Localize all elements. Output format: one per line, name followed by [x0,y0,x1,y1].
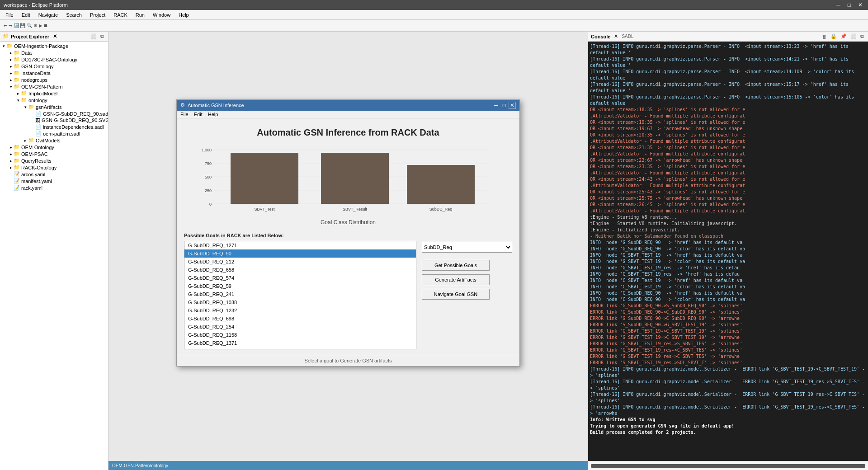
tree-item-oem-psac[interactable]: ▸ 📁 OEM-PSAC [0,150,108,157]
menu-run[interactable]: Run [132,11,148,19]
console-line: INFO node 'C_SubDD_REQ_90' -> 'color' ha… [590,296,866,303]
goal-item[interactable]: G-SubDD_REQ_574 [184,274,416,282]
window-controls[interactable]: ─ □ ✕ [835,2,864,8]
file-yaml-icon: 📝 [14,178,20,184]
tree-item-manifest[interactable]: 📝 manifest.yaml [0,178,108,184]
console-line: INFO node 'G_SBVT_TEST_19' -> 'color' ha… [590,258,866,265]
goal-item[interactable]: G-SubDD_REQ_254 [184,323,416,331]
menu-edit[interactable]: Edit [18,11,34,19]
dialog-maximize-btn[interactable]: □ [501,102,508,109]
tree-item-nodegroups[interactable]: ▸ 📁 nodegroups [0,76,108,83]
console-tab[interactable]: Console [591,34,610,39]
goal-item[interactable]: G-SubDD_REQ_212 [184,258,416,266]
goal-item[interactable]: G-SubDD_REQ_1232 [184,306,416,315]
get-possible-goals-button[interactable]: Get Possible Goals [422,260,490,271]
console-line: ERROR link 'G_SBVT_TEST_19->C_SBVT_TEST_… [590,328,866,334]
console-line: OR <input stream>:20:35 -> 'splines' is … [590,132,866,138]
bar-sbvt-result [321,153,389,204]
tree-item-gsn-svg[interactable]: 🖼 GSN-G-SubDD_REQ_90.SVG [0,117,108,123]
console-line: .AttributeValidator - Found multiple att… [590,170,866,176]
console-line: INFO node 'C_SBVT_Test_19' -> 'href' has… [590,277,866,284]
goal-class-dropdown[interactable]: SubDD_Req SBVT_Test SBVT_Result [422,242,512,253]
console-clear-btn[interactable]: 🗑 [821,33,828,40]
goal-item[interactable]: G-SubDD_REQ_1271 [184,241,416,249]
maximize-button[interactable]: □ [846,2,853,8]
goal-item[interactable]: G-SubDD_REQ_241 [184,290,416,298]
goal-item[interactable]: G-SubDD_REQ_90 [184,249,416,258]
tree-item-arcos[interactable]: 📝 arcos.yaml [0,171,108,178]
tree-item-implicitmodel[interactable]: ▸ 📁 ImplicitModel [0,90,108,97]
folder-icon: 📁 [14,77,20,83]
dialog-menu-edit[interactable]: Edit [194,112,203,117]
tree-item-ontology[interactable]: ▾ 📁 ontology [0,97,108,103]
folder-icon: 📁 [14,164,20,170]
menu-project[interactable]: Project [86,11,109,19]
tree-item-rack[interactable]: 📝 rack.yaml [0,184,108,191]
maximize-panel-btn[interactable]: ⧉ [99,33,105,40]
tree-item-oem-pattern[interactable]: 📄 oem-pattern.sadl [0,130,108,137]
project-explorer-label: Project Explorer [11,34,49,39]
tree-item-oem-gsn-pattern[interactable]: ▾ 📁 OEM-GSN-Pattern [0,83,108,90]
tree-item-rack-ontology[interactable]: ▸ 📁 RACK-Ontology [0,164,108,171]
goal-item[interactable]: G-SubDD_REQ_1158 [184,331,416,339]
goal-item[interactable]: G-SubDD_REQ_1371 [184,339,416,347]
dialog-minimize-btn[interactable]: ─ [492,102,500,109]
tree-item-gsn-ontology[interactable]: ▸ 📁 GSN-Ontology [0,63,108,70]
menu-navigate[interactable]: Navigate [35,11,61,19]
file-yaml-icon: 📝 [14,185,20,191]
tree-item-queryresults[interactable]: ▸ 📁 QueryResults [0,157,108,164]
tree-item-gsnartifacts[interactable]: ▾ 📁 gsnArtifacts [0,103,108,110]
tree-label: DO178C-PSAC-Ontology [21,57,77,62]
tree-item-owlmodels[interactable]: ▸ 📁 OwlModels [0,137,108,144]
project-explorer-close[interactable]: ✕ [53,33,57,39]
file-icon: 📄 [35,131,42,136]
console-close-icon[interactable]: ✕ [614,33,618,39]
goal-item[interactable]: G-SubDD_REQ_658 [184,266,416,274]
goal-item[interactable]: G-SubDD_REQ_59 [184,282,416,290]
goals-listbox[interactable]: G-SubDD_REQ_1271G-SubDD_REQ_90G-SubDD_RE… [184,241,416,349]
project-explorer-tab: 📁 Project Explorer ✕ [3,33,57,39]
console-scroll-bar[interactable] [591,464,865,468]
console-line: OR <input stream>:22:67 -> 'arrowhead' h… [590,157,866,164]
dialog-close-btn[interactable]: ✕ [509,102,516,109]
tree-item-oem-ontology[interactable]: ▸ 📁 OEM-Ontology [0,144,108,150]
tree-item-data[interactable]: ▸ 📁 Data [0,49,108,56]
tree-item-do178c[interactable]: ▸ 📁 DO178C-PSAC-Ontology [0,56,108,63]
dialog-menu-file[interactable]: File [180,112,189,117]
console-line: tEngine - Initialized javascript. [590,227,866,233]
menu-window[interactable]: Window [149,11,174,19]
tree-item-instancedata[interactable]: ▸ 📁 InstanceData [0,70,108,76]
menu-help[interactable]: Help [175,11,193,19]
console-maximize-btn[interactable]: ⧉ [859,33,865,40]
status-text: OEM-GSN-Pattern/ontology [112,463,168,468]
tree-item-oem-ingestion[interactable]: ▾ 📁 OEM-Ingestion-Package [0,42,108,49]
tree-label: oem-pattern.sadl [43,131,80,136]
console-line: INFO node 'G_SBVT_TEST_19_res' -> 'href'… [590,265,866,271]
goal-list-area: Possible Goals in RACK are Listed Below:… [184,233,416,349]
chart-container: 1,000 750 500 250 0 [194,145,502,217]
menu-search[interactable]: Search [62,11,85,19]
console-header: Console ✕ SADL 🗑 🔒 📌 ⬜ ⧉ [588,32,868,42]
console-scroll-lock-btn[interactable]: 🔒 [829,33,838,40]
console-minimize-btn[interactable]: ⬜ [849,33,858,40]
console-line: - Neither Batik nor Salamander found on … [590,233,866,240]
goal-item[interactable]: G-SubDD_REQ_1038 [184,298,416,306]
dialog-menu-help[interactable]: Help [208,112,218,117]
console-line: ERROR link 'G_SBVT_TEST_19_res->C_SBVT_T… [590,353,866,360]
console-line: ERROR link 'G_SubDD_REQ_90->C_SubDD_REQ_… [590,309,866,315]
console-line: [Thread-16] INFO guru.nidi.graphviz.pars… [590,69,866,81]
close-button[interactable]: ✕ [856,2,864,8]
console-pin-btn[interactable]: 📌 [839,33,848,40]
tree-item-instance-dep[interactable]: 📄 instanceDependencies.sadl [0,123,108,130]
goal-selection-area: Possible Goals in RACK are Listed Below:… [184,233,512,349]
console-content: [Thread-16] INFO guru.nidi.graphviz.pars… [588,42,868,461]
minimize-button[interactable]: ─ [835,2,842,8]
navigate-goal-gsn-button[interactable]: Navigate Goal GSN [422,289,490,300]
goal-item[interactable]: G-SubDD_REQ_698 [184,315,416,323]
minimize-panel-btn[interactable]: ⬜ [89,33,98,40]
status-bar: OEM-GSN-Pattern/ontology [108,461,588,470]
tree-item-gsn-sadl[interactable]: 📄 GSN-G-SubDD_REQ_90.sadl [0,110,108,117]
menu-rack[interactable]: RACK [110,11,131,19]
generate-artifacts-button[interactable]: Generate ArtiFacts [422,274,490,285]
menu-file[interactable]: File [2,11,17,19]
